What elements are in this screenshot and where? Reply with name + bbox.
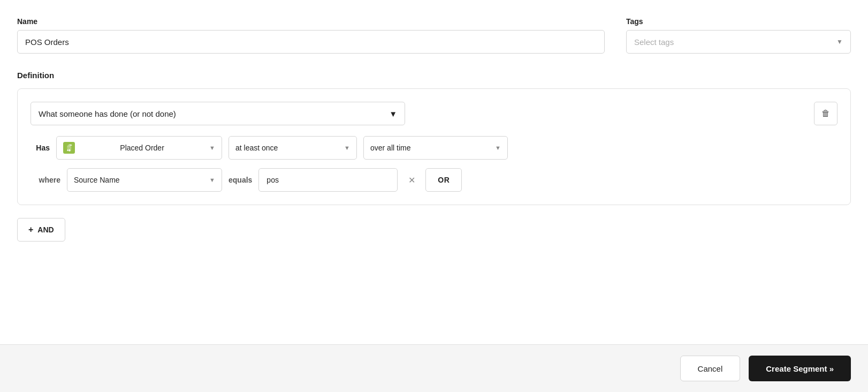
close-icon: ✕ xyxy=(408,175,415,185)
chevron-down-icon: ▼ xyxy=(836,38,843,46)
create-segment-button[interactable]: Create Segment » xyxy=(749,356,851,381)
and-label: AND xyxy=(37,225,54,234)
delete-condition-button[interactable]: 🗑 xyxy=(814,102,837,125)
tags-label: Tags xyxy=(626,17,851,26)
definition-title: Definition xyxy=(17,71,851,80)
source-name-value: Source Name xyxy=(74,176,120,184)
clear-filter-button[interactable]: ✕ xyxy=(404,172,419,187)
chevron-down-icon: ▼ xyxy=(389,109,397,118)
tags-dropdown[interactable]: Select tags ▼ xyxy=(626,30,851,54)
definition-box: What someone has done (or not done) ▼ 🗑 … xyxy=(17,88,851,205)
has-row: Has Placed Order ▼ at xyxy=(31,136,837,160)
equals-label: equals xyxy=(229,176,252,184)
and-button[interactable]: + AND xyxy=(17,218,65,242)
where-row: where Source Name ▼ equals ✕ OR xyxy=(31,168,837,192)
condition-type-select[interactable]: What someone has done (or not done) ▼ xyxy=(31,102,405,125)
chevron-down-icon: ▼ xyxy=(344,145,350,151)
time-range-select[interactable]: over all time ▼ xyxy=(363,136,508,160)
source-name-select[interactable]: Source Name ▼ xyxy=(67,168,222,192)
footer-bar: Cancel Create Segment » xyxy=(0,344,868,392)
name-input[interactable] xyxy=(17,30,605,54)
placed-order-value: Placed Order xyxy=(120,144,164,152)
frequency-value: at least once xyxy=(235,144,278,152)
trash-icon: 🗑 xyxy=(821,109,830,118)
condition-type-row: What someone has done (or not done) ▼ 🗑 xyxy=(31,102,837,125)
frequency-select[interactable]: at least once ▼ xyxy=(229,136,357,160)
filter-value-input[interactable] xyxy=(258,168,398,192)
chevron-down-icon: ▼ xyxy=(495,145,501,151)
where-label: where xyxy=(31,176,60,184)
placed-order-select[interactable]: Placed Order ▼ xyxy=(56,136,222,160)
cancel-button[interactable]: Cancel xyxy=(680,356,741,381)
chevron-down-icon: ▼ xyxy=(209,145,215,151)
shopify-icon xyxy=(63,142,75,154)
time-range-value: over all time xyxy=(370,144,410,152)
tags-placeholder: Select tags xyxy=(634,37,674,47)
condition-type-value: What someone has done (or not done) xyxy=(39,109,176,118)
or-button[interactable]: OR xyxy=(425,168,462,192)
has-label: Has xyxy=(31,144,50,152)
chevron-down-icon: ▼ xyxy=(209,177,215,183)
name-label: Name xyxy=(17,17,605,26)
plus-icon: + xyxy=(28,225,33,235)
